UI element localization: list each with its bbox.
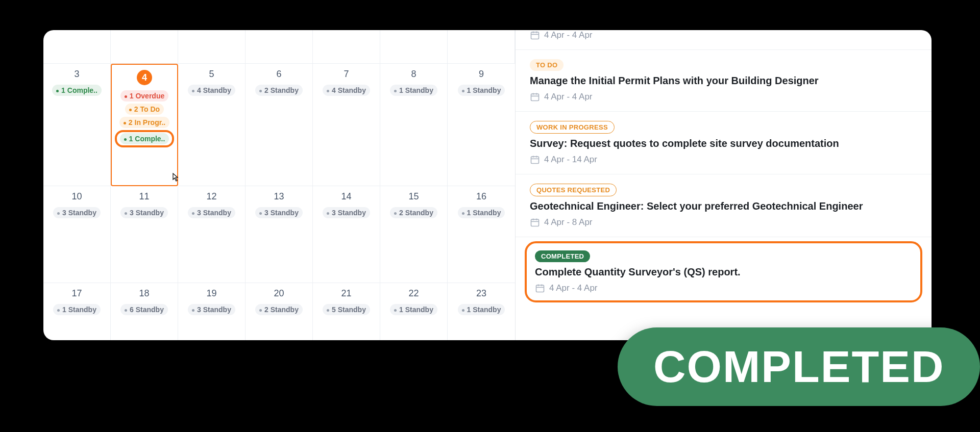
calendar-day-cell[interactable]: 113 Standby <box>111 186 178 283</box>
calendar-icon <box>530 217 540 227</box>
calendar-day-cell[interactable]: 202 Standby <box>246 283 313 340</box>
status-pill-standby[interactable]: 1 Standby <box>458 304 505 315</box>
day-number: 18 <box>114 288 175 299</box>
dot-icon <box>462 212 464 215</box>
calendar-day-cell[interactable]: 31 Comple.. <box>43 64 111 186</box>
calendar-day-cell[interactable]: 54 Standby <box>178 64 246 186</box>
calendar-header-spacer <box>43 30 111 64</box>
day-number: 19 <box>181 288 242 299</box>
status-pill-standby[interactable]: 3 Standby <box>255 207 303 218</box>
calendar-day-cell[interactable]: 133 Standby <box>246 186 313 283</box>
status-pill-overdue[interactable]: 1 Overdue <box>120 90 168 101</box>
calendar-day-cell[interactable]: 91 Standby <box>448 64 515 186</box>
calendar-header-spacer <box>313 30 380 64</box>
status-pill-standby[interactable]: 3 Standby <box>188 304 235 315</box>
day-number: 10 <box>46 191 107 202</box>
calendar-day-cell[interactable]: 231 Standby <box>448 283 515 340</box>
status-pill-completed[interactable]: 1 Comple.. <box>52 85 102 96</box>
dot-icon <box>192 90 194 92</box>
task-date-range: 4 Apr - 14 Apr <box>530 155 917 165</box>
task-dates: 4 Apr - 4 Apr <box>549 283 598 293</box>
day-number: 13 <box>249 191 309 202</box>
status-pill-standby[interactable]: 3 Standby <box>188 207 235 218</box>
dot-icon <box>462 90 464 92</box>
task-title: Complete Quantity Surveyor's (QS) report… <box>535 266 912 278</box>
day-number: 17 <box>46 288 107 299</box>
status-pill-standby[interactable]: 3 Standby <box>120 207 168 218</box>
task-item[interactable]: 4 Apr - 4 Apr <box>516 30 932 50</box>
status-pill-standby[interactable]: 2 Standby <box>390 207 437 218</box>
task-dates: 4 Apr - 14 Apr <box>544 155 597 165</box>
dot-icon <box>462 309 464 312</box>
calendar-day-cell[interactable]: 221 Standby <box>380 283 448 340</box>
calendar-icon <box>530 155 540 165</box>
status-pill-standby[interactable]: 4 Standby <box>323 85 370 96</box>
calendar-day-cell[interactable]: 62 Standby <box>246 64 313 186</box>
day-number: 5 <box>181 69 242 80</box>
calendar-icon <box>535 283 545 293</box>
task-dates: 4 Apr - 8 Apr <box>544 217 593 227</box>
task-item[interactable]: QUOTES REQUESTEDGeotechnical Engineer: S… <box>516 174 932 237</box>
status-pill-completed[interactable]: 1 Comple.. <box>120 133 169 144</box>
calendar-day-cell[interactable]: 123 Standby <box>178 186 246 283</box>
day-number: 7 <box>316 69 377 80</box>
status-pill-todo[interactable]: 2 To Do <box>125 104 164 115</box>
status-pill-standby[interactable]: 1 Standby <box>53 304 101 315</box>
status-chip: QUOTES REQUESTED <box>530 184 617 196</box>
status-pill-standby[interactable]: 5 Standby <box>323 304 370 315</box>
day-number: 21 <box>316 288 377 299</box>
calendar-day-cell[interactable]: 74 Standby <box>313 64 380 186</box>
day-number: 6 <box>249 69 309 80</box>
calendar-header-spacer <box>380 30 448 64</box>
task-title: Manage the Initial Permit Plans with you… <box>530 75 917 87</box>
status-pill-standby[interactable]: 4 Standby <box>188 85 235 96</box>
calendar-day-cell[interactable]: 215 Standby <box>313 283 380 340</box>
calendar-day-cell[interactable]: 152 Standby <box>380 186 448 283</box>
status-pill-standby[interactable]: 1 Standby <box>458 85 505 96</box>
task-date-range: 4 Apr - 4 Apr <box>530 92 917 102</box>
day-number: 20 <box>249 288 309 299</box>
task-dates: 4 Apr - 4 Apr <box>544 30 593 40</box>
calendar-day-cell[interactable]: 103 Standby <box>43 186 111 283</box>
task-item[interactable]: WORK IN PROGRESSSurvey: Request quotes t… <box>516 112 932 174</box>
status-pill-standby[interactable]: 3 Standby <box>323 207 370 218</box>
calendar-day-cell[interactable]: 186 Standby <box>111 283 178 340</box>
svg-rect-8 <box>531 157 539 163</box>
calendar-pane: 31 Comple..41 Overdue2 To Do2 In Progr..… <box>43 30 516 340</box>
status-pill-standby[interactable]: 1 Standby <box>390 85 437 96</box>
calendar-day-cell[interactable]: 171 Standby <box>43 283 111 340</box>
status-pill-standby[interactable]: 2 Standby <box>255 85 303 96</box>
task-pane: 4 Apr - 4 AprTO DOManage the Initial Per… <box>516 30 932 340</box>
calendar-day-cell[interactable]: 193 Standby <box>178 283 246 340</box>
status-pill-standby[interactable]: 6 Standby <box>120 304 168 315</box>
day-number: 4 <box>115 70 174 85</box>
task-item-highlighted[interactable]: COMPLETEDComplete Quantity Surveyor's (Q… <box>525 241 922 302</box>
dot-icon <box>259 212 262 215</box>
calendar-day-cell[interactable]: 81 Standby <box>380 64 448 186</box>
dot-icon <box>327 212 329 215</box>
dot-icon <box>394 212 397 215</box>
status-pill-progress[interactable]: 2 In Progr.. <box>119 117 169 128</box>
dot-icon <box>259 309 262 312</box>
dot-icon <box>327 90 329 92</box>
status-pill-standby[interactable]: 1 Standby <box>390 304 437 315</box>
calendar-day-cell[interactable]: 143 Standby <box>313 186 380 283</box>
status-chip: WORK IN PROGRESS <box>530 121 615 134</box>
dot-icon <box>259 90 262 92</box>
status-pill-standby[interactable]: 3 Standby <box>53 207 101 218</box>
status-chip: COMPLETED <box>535 250 590 262</box>
calendar-day-cell[interactable]: 161 Standby <box>448 186 515 283</box>
task-item[interactable]: TO DOManage the Initial Permit Plans wit… <box>516 50 932 112</box>
dot-icon <box>125 95 127 98</box>
status-pill-standby[interactable]: 2 Standby <box>255 304 303 315</box>
task-title: Survey: Request quotes to complete site … <box>530 138 917 149</box>
status-pill-standby[interactable]: 1 Standby <box>458 207 505 218</box>
day-number: 23 <box>451 288 512 299</box>
task-date-range: 4 Apr - 8 Apr <box>530 217 917 227</box>
dot-icon <box>125 309 127 312</box>
dot-icon <box>129 109 132 111</box>
calendar-day-cell[interactable]: 41 Overdue2 To Do2 In Progr..1 Comple.. <box>111 64 178 186</box>
dot-icon <box>192 309 194 312</box>
day-number: 15 <box>383 191 444 202</box>
dot-icon <box>124 138 127 141</box>
